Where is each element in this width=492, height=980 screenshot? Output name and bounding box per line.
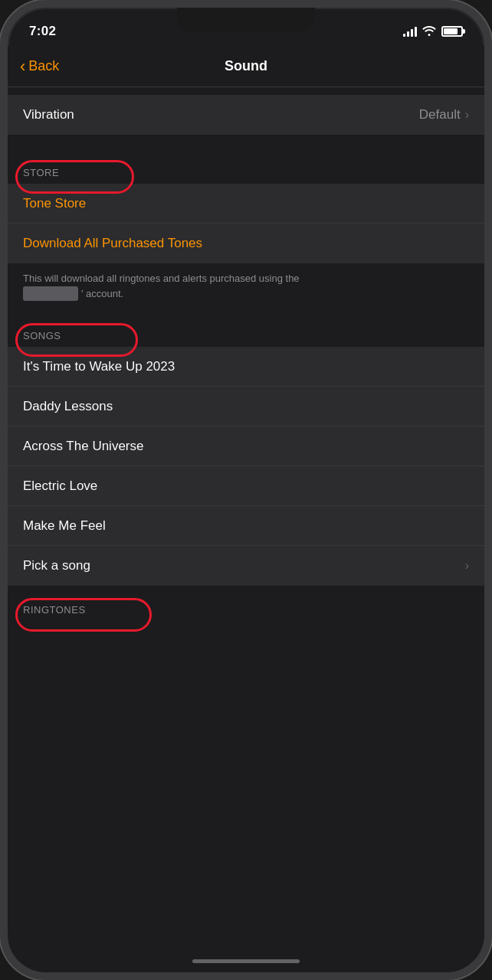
song-title-1: It's Time to Wake Up 2023 bbox=[23, 359, 469, 374]
songs-header-row: SONGS bbox=[8, 321, 484, 347]
song-row-4[interactable]: Electric Love bbox=[8, 466, 484, 506]
download-tones-label: Download All Purchased Tones bbox=[23, 236, 202, 251]
vibration-row[interactable]: Vibration Default › bbox=[8, 95, 484, 135]
back-label: Back bbox=[28, 58, 59, 74]
vibration-chevron-icon: › bbox=[465, 108, 469, 122]
page-title: Sound bbox=[225, 58, 267, 74]
ringtones-section: RINGTONES bbox=[8, 595, 484, 621]
store-description: This will download all ringtones and ale… bbox=[8, 263, 484, 312]
pick-song-label: Pick a song bbox=[23, 558, 465, 573]
nav-bar: ‹ Back Sound bbox=[8, 46, 484, 87]
back-button[interactable]: ‹ Back bbox=[20, 58, 59, 75]
signal-bars-icon bbox=[403, 26, 417, 37]
ringtones-header: RINGTONES bbox=[23, 604, 86, 616]
song-row-5[interactable]: Make Me Feel bbox=[8, 506, 484, 546]
store-description-text: This will download all ringtones and ale… bbox=[23, 273, 300, 299]
song-title-4: Electric Love bbox=[23, 479, 469, 494]
vibration-section: Vibration Default › bbox=[8, 95, 484, 135]
songs-header: SONGS bbox=[23, 330, 61, 341]
tone-store-row[interactable]: Tone Store bbox=[8, 184, 484, 224]
song-row-2[interactable]: Daddy Lessons bbox=[8, 387, 484, 426]
download-tones-row[interactable]: Download All Purchased Tones bbox=[8, 224, 484, 263]
ringtones-header-row: RINGTONES bbox=[8, 595, 484, 621]
battery-icon bbox=[441, 26, 463, 37]
phone-frame: 7:02 ‹ Back Sound bbox=[0, 0, 492, 980]
tone-store-label: Tone Store bbox=[23, 196, 86, 211]
vibration-value: Default › bbox=[419, 107, 469, 122]
store-header: STORE bbox=[23, 167, 59, 178]
status-time: 7:02 bbox=[29, 24, 56, 39]
blurred-account bbox=[23, 286, 78, 302]
screen-content: ‹ Back Sound Vibration Default › bbox=[8, 46, 484, 972]
pick-song-row[interactable]: Pick a song › bbox=[8, 546, 484, 586]
song-row-1[interactable]: It's Time to Wake Up 2023 bbox=[8, 347, 484, 387]
store-header-row: STORE bbox=[8, 158, 484, 184]
wifi-icon bbox=[422, 25, 436, 38]
pick-song-chevron-icon: › bbox=[465, 559, 469, 573]
songs-rows: It's Time to Wake Up 2023 Daddy Lessons … bbox=[8, 347, 484, 586]
back-chevron-icon: ‹ bbox=[20, 58, 25, 75]
store-rows: Tone Store Download All Purchased Tones bbox=[8, 184, 484, 263]
notch bbox=[177, 8, 315, 32]
status-icons bbox=[403, 25, 463, 38]
vibration-label: Vibration bbox=[23, 107, 74, 122]
song-title-5: Make Me Feel bbox=[23, 518, 469, 534]
home-indicator bbox=[192, 959, 300, 963]
song-title-2: Daddy Lessons bbox=[23, 399, 469, 414]
store-section: STORE bbox=[8, 158, 484, 184]
song-row-3[interactable]: Across The Universe bbox=[8, 426, 484, 466]
settings-content: Vibration Default › STORE Tone Store bbox=[8, 87, 484, 968]
song-title-3: Across The Universe bbox=[23, 439, 469, 454]
songs-section: SONGS bbox=[8, 321, 484, 347]
